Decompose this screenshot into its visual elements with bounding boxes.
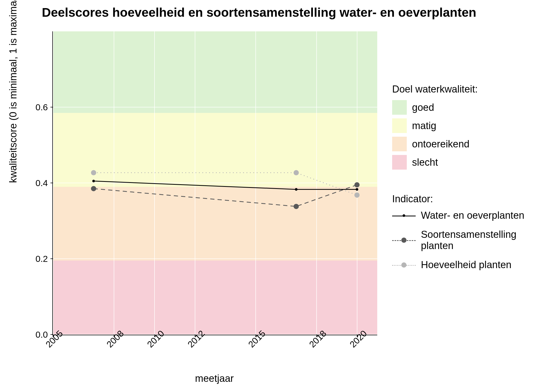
legend-series-item: Soortensamenstelling planten	[392, 229, 544, 251]
series-point	[294, 204, 299, 209]
legend-series-title: Indicator:	[392, 193, 544, 205]
y-tick-label: 0.4	[36, 178, 48, 188]
y-axis-label: kwaliteitscore (0 is minimaal, 1 is maxi…	[8, 0, 19, 183]
series-point	[354, 182, 360, 187]
series-point	[92, 180, 95, 182]
y-tick-label: 0.6	[36, 102, 48, 112]
legend-point-icon	[401, 238, 407, 243]
legend-series-item: Water- en oeverplanten	[392, 210, 544, 221]
legend-series-label: Soortensamenstelling planten	[421, 229, 544, 251]
legend-band-label: slecht	[412, 157, 438, 168]
y-tick-label: 0.2	[36, 254, 48, 264]
y-tick-mark	[50, 107, 53, 107]
series-point	[91, 186, 96, 191]
series-line	[94, 181, 357, 189]
legend-band-item: matig	[392, 118, 539, 133]
legend-series-key	[392, 261, 416, 269]
series-point	[91, 170, 96, 175]
legend-bands: Doel waterkwaliteit: goedmatigontoereike…	[392, 84, 539, 173]
chart-title: Deelscores hoeveelheid en soortensamenst…	[42, 5, 476, 20]
legend-swatch	[392, 137, 407, 151]
y-tick-mark	[50, 183, 53, 183]
legend-swatch	[392, 155, 407, 170]
series-point	[294, 170, 299, 175]
plot-area: 20052008201020122015201820200.00.20.40.6	[52, 31, 377, 335]
legend-band-label: matig	[412, 120, 436, 131]
legend-series-key	[392, 212, 416, 220]
y-tick-label: 0.0	[36, 330, 48, 340]
legend-band-label: goed	[412, 102, 434, 113]
legend-band-item: goed	[392, 100, 539, 115]
legend-swatch	[392, 118, 407, 133]
y-tick-mark	[50, 334, 53, 335]
legend-swatch	[392, 100, 407, 115]
y-tick-mark	[50, 258, 53, 259]
legend-series-item: Hoeveelheid planten	[392, 259, 544, 270]
x-axis-label: meetjaar	[195, 373, 234, 384]
legend-band-item: slecht	[392, 155, 539, 170]
plot-svg	[53, 31, 377, 335]
chart-container: Deelscores hoeveelheid en soortensamenst…	[0, 0, 549, 392]
legend-series-label: Water- en oeverplanten	[421, 210, 524, 221]
series-point	[354, 192, 360, 198]
legend-series-key	[392, 236, 416, 244]
legend-band-item: ontoereikend	[392, 137, 539, 151]
legend-series: Indicator: Water- en oeverplantenSoorten…	[392, 193, 544, 278]
series-point	[295, 188, 298, 191]
legend-series-label: Hoeveelheid planten	[421, 259, 512, 270]
legend-point-icon	[403, 214, 405, 217]
series-point	[356, 188, 358, 191]
legend-point-icon	[401, 262, 407, 268]
legend-bands-title: Doel waterkwaliteit:	[392, 84, 539, 95]
legend-band-label: ontoereikend	[412, 139, 470, 150]
series-line	[94, 185, 357, 206]
